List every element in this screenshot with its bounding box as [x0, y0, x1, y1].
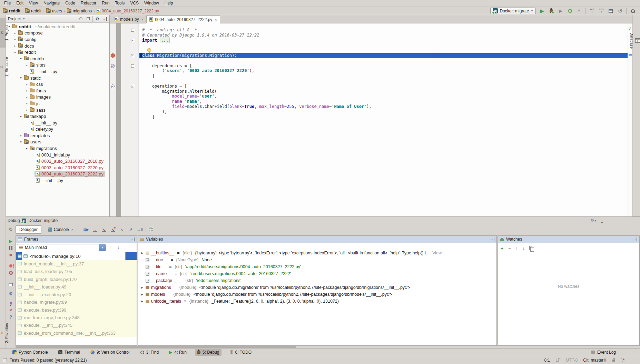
breadcrumb-item[interactable]: reddit [25, 9, 41, 13]
resume-button[interactable]: ▶ [7, 237, 14, 244]
readonly-toggle[interactable] [612, 358, 615, 363]
menu-item-code[interactable]: Code [62, 0, 78, 7]
panel-settings-button[interactable]: ⚙ [95, 16, 100, 22]
breadcrumb-item[interactable]: users [46, 9, 62, 13]
toolwindow-button-debug[interactable]: 5: Debug [195, 349, 221, 356]
tree-toggle-icon[interactable]: ▸ [25, 102, 29, 105]
tree-item[interactable]: ▸templates [6, 132, 109, 139]
debug-button[interactable] [548, 8, 554, 14]
menu-item-refactor[interactable]: Refactor [78, 0, 99, 7]
mute-breakpoints-button[interactable] [7, 269, 14, 276]
menu-item-file[interactable]: File [1, 0, 13, 7]
tree-item[interactable]: ▸js [6, 100, 109, 107]
run-to-cursor-button[interactable]: →‖ [137, 226, 143, 233]
step-over-button[interactable]: ↓ [92, 226, 98, 233]
commit-button[interactable]: VCS↑ [598, 8, 604, 14]
tab-console[interactable]: Console↗ [44, 225, 77, 234]
frame-row[interactable]: execute, __init__.py:345 [16, 322, 137, 329]
force-step-into-button[interactable]: ↘ [110, 226, 116, 233]
copy-watch-button[interactable] [529, 246, 532, 251]
tree-item[interactable]: ▸images [6, 94, 109, 101]
tree-toggle-icon[interactable]: ▸ [19, 134, 23, 137]
tree-item[interactable]: ▸fonts [6, 88, 109, 94]
tree-item[interactable]: 0003_auto_20160327_2220.py [6, 164, 109, 171]
frame-row[interactable]: build_graph, loader.py:170 [16, 275, 137, 283]
variable-row[interactable]: __file__ = {str} '/app/reddit/users/migr… [138, 263, 496, 270]
frame-row[interactable]: load_disk, loader.py:105 [16, 268, 137, 275]
variable-row[interactable]: __package__ = {str} 'reddit.users.migrat… [138, 277, 496, 284]
frame-row[interactable]: execute, base.py:399 [16, 306, 137, 314]
debug-settings-button[interactable]: ⚙▼ [590, 218, 597, 223]
thread-selector[interactable]: MainThread ▼ [17, 244, 106, 251]
show-execution-point-button[interactable]: ≡▶ [83, 226, 89, 233]
frame-row[interactable]: import_module, __init__.py:37 [16, 260, 137, 267]
frame-row[interactable]: execute_from_command_line, __init__.py:3… [16, 329, 137, 337]
tree-item[interactable]: ▸docs [6, 43, 109, 49]
remove-watch-button[interactable]: − [508, 246, 511, 251]
revert-button[interactable]: ↺ [617, 8, 623, 14]
toolwindow-switcher-icon[interactable] [3, 358, 7, 362]
menu-item-edit[interactable]: Edit [13, 0, 26, 7]
caret-position[interactable]: 8:1 [544, 358, 550, 363]
hide-panel-button[interactable]: → [102, 16, 107, 22]
tree-toggle-icon[interactable]: ▾ [13, 51, 17, 54]
tree-item[interactable]: ▸css [6, 81, 109, 88]
encoding-indicator[interactable]: UTF-8 [566, 358, 578, 363]
toolwindow-button-vcs[interactable]: 9: Version Control [88, 349, 131, 356]
frame-row[interactable]: run_from_argv, base.py:348 [16, 314, 137, 321]
tree-toggle-icon[interactable]: ▸ [13, 38, 17, 41]
evaluate-expression-button[interactable] [149, 227, 153, 232]
hide-icon[interactable]: → [490, 237, 494, 241]
tree-toggle-icon[interactable]: ▾ [19, 140, 23, 144]
tree-item[interactable]: 0004_auto_20160327_2222.py [6, 171, 109, 178]
frame-row[interactable]: <module>, manage.py:10 [22, 252, 126, 260]
variable-row[interactable]: ▶unicode_literals = {instance} _Feature:… [138, 298, 496, 305]
horizontal-scrollbar[interactable] [16, 346, 296, 348]
tree-toggle-icon[interactable]: ▸ [25, 108, 29, 112]
variable-expand-icon[interactable]: ▶ [140, 293, 144, 296]
folded-imports[interactable]: ... [160, 38, 170, 43]
tree-item[interactable]: ▾static [6, 75, 109, 81]
toolwindow-button-find[interactable]: 3: Find [138, 349, 161, 356]
code-editor[interactable]: o↑o↑−−−−+ # -*- coding: utf-8 -*-# Gener… [110, 23, 632, 216]
editor-tab[interactable]: 0004_auto_20160327_2222.py× [146, 16, 220, 23]
tree-toggle-icon[interactable]: ▾ [19, 76, 23, 80]
tree-toggle-icon[interactable]: ▾ [25, 147, 29, 150]
breadcrumb-item[interactable]: migrations [67, 9, 92, 13]
frame-row[interactable]: __init__, executor.py:20 [16, 291, 137, 298]
tree-item[interactable]: ▸sites [6, 62, 109, 69]
hide-icon[interactable]: → [633, 237, 637, 241]
toolwindow-button-run[interactable]: ▶4: Run [167, 349, 189, 356]
variable-row[interactable]: __name__ = {str} 'reddit.users.migration… [138, 270, 496, 277]
tree-item[interactable]: __init__.py [6, 120, 109, 126]
tree-item[interactable]: __init__.py [6, 177, 109, 184]
tree-toggle-icon[interactable]: ▾ [19, 115, 23, 118]
view-breakpoints-button[interactable] [7, 262, 14, 269]
breadcrumb-item[interactable]: reddit [3, 9, 20, 13]
toolwindow-button-pyconsole[interactable]: Python Console [10, 349, 50, 356]
editor-tab[interactable]: models.py× [112, 15, 146, 23]
frame-row[interactable]: __init__, loader.py:49 [16, 283, 137, 291]
step-into-button[interactable]: ↘ [101, 226, 107, 233]
sidebar-tab-database[interactable]: Database [633, 20, 640, 61]
run-configuration-select[interactable]: dj Docker: migrate ▼ [490, 8, 536, 14]
collapse-all-button[interactable] [85, 16, 91, 22]
pin-tab-button[interactable] [7, 300, 14, 306]
help-button[interactable]: ? [7, 313, 14, 320]
tree-item[interactable]: ▸sass [6, 107, 109, 113]
profiler-button[interactable] [567, 8, 573, 14]
tree-item[interactable]: ▾users [6, 139, 109, 145]
tree-item[interactable]: ▸config [6, 36, 109, 43]
tree-item[interactable]: ▾migrations [6, 145, 109, 152]
variable-row[interactable]: ▶migrations = {module} <module 'django.d… [138, 284, 496, 291]
hide-debug-panel-button[interactable]: ↓ [601, 218, 603, 223]
debugger-settings-button[interactable]: ⚙ [7, 290, 14, 297]
step-out-button[interactable]: ↗ [128, 226, 134, 233]
menu-item-vcs[interactable]: VCS [127, 0, 141, 7]
frame-row[interactable]: handle, migrate.py:89 [16, 299, 137, 306]
sidebar-tab-favorites[interactable]: ★ 2: Favorites [0, 317, 6, 349]
tree-item[interactable]: ▾contrib [6, 55, 109, 62]
menu-item-tools[interactable]: Tools [112, 0, 127, 7]
thread-dump-button[interactable]: ≡ [576, 8, 582, 14]
tab-debugger[interactable]: Debugger [16, 225, 41, 234]
